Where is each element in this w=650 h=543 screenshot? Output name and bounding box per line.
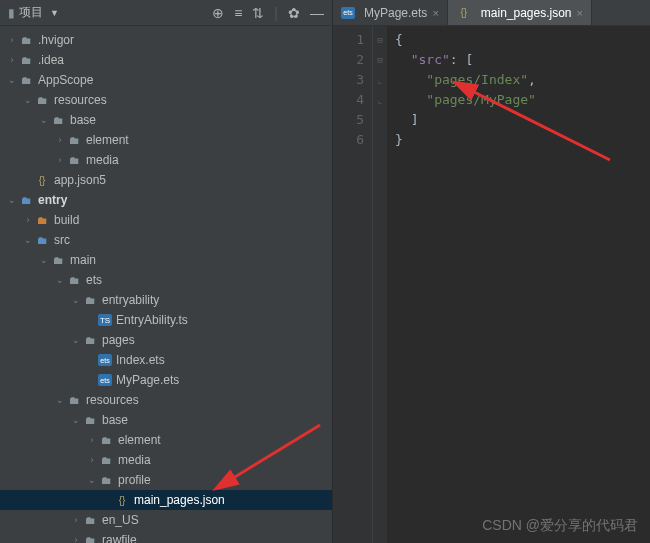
- expander-icon[interactable]: ›: [22, 215, 34, 225]
- line-number: 6: [333, 130, 364, 150]
- brace: }: [395, 132, 403, 147]
- hide-icon[interactable]: —: [310, 5, 324, 21]
- expander-icon[interactable]: ›: [54, 155, 66, 165]
- close-icon[interactable]: ×: [432, 7, 438, 19]
- divider: |: [274, 5, 278, 21]
- line-number: 1: [333, 30, 364, 50]
- expander-icon[interactable]: ›: [86, 455, 98, 465]
- tree-item[interactable]: ›🖿media: [0, 450, 332, 470]
- tree-item[interactable]: ⌄🖿pages: [0, 330, 332, 350]
- project-tree[interactable]: ›🖿.hvigor›🖿.idea⌄🖿AppScope⌄🖿resources⌄🖿b…: [0, 26, 332, 543]
- expander-icon[interactable]: ⌄: [38, 255, 50, 265]
- tree-item[interactable]: ›🖿element: [0, 430, 332, 450]
- tree-item[interactable]: ›🖿media: [0, 150, 332, 170]
- editor-tab[interactable]: etsMyPage.ets×: [333, 0, 448, 25]
- tree-item-label: rawfile: [102, 533, 137, 543]
- tree-item[interactable]: ⌄🖿base: [0, 110, 332, 130]
- settings-icon[interactable]: ✿: [288, 5, 300, 21]
- tree-item[interactable]: ⌄🖿resources: [0, 90, 332, 110]
- sidebar-toolbar: ⊕ ≡ ⇅ | ✿ —: [212, 5, 324, 21]
- sidebar-title: 项目: [19, 4, 43, 21]
- fold-gutter[interactable]: ⊟⊟⌞⌞: [373, 26, 387, 543]
- tree-item-label: pages: [102, 333, 135, 347]
- tree-item[interactable]: ⌄🖿AppScope: [0, 70, 332, 90]
- tree-item-label: profile: [118, 473, 151, 487]
- tree-item-label: main: [70, 253, 96, 267]
- code-editor[interactable]: 123456 ⊟⊟⌞⌞ { "src": [ "pages/Index", "p…: [333, 26, 650, 543]
- tree-item-label: AppScope: [38, 73, 93, 87]
- expander-icon[interactable]: ›: [86, 435, 98, 445]
- tree-item[interactable]: {}main_pages.json: [0, 490, 332, 510]
- expander-icon[interactable]: ⌄: [70, 335, 82, 345]
- tree-item[interactable]: etsIndex.ets: [0, 350, 332, 370]
- expander-icon[interactable]: ⌄: [54, 275, 66, 285]
- line-number: 2: [333, 50, 364, 70]
- tree-item-label: EntryAbility.ts: [116, 313, 188, 327]
- line-number: 5: [333, 110, 364, 130]
- tree-item-label: app.json5: [54, 173, 106, 187]
- line-gutter: 123456: [333, 26, 373, 543]
- tree-item-label: main_pages.json: [134, 493, 225, 507]
- expander-icon[interactable]: ⌄: [70, 415, 82, 425]
- tree-item-label: resources: [86, 393, 139, 407]
- sidebar-header: ▮ 项目 ▼ ⊕ ≡ ⇅ | ✿ —: [0, 0, 332, 26]
- json-string: "pages/Index": [426, 72, 528, 87]
- dropdown-icon[interactable]: ▼: [50, 8, 59, 18]
- tree-item[interactable]: {}app.json5: [0, 170, 332, 190]
- tree-item[interactable]: ⌄🖿main: [0, 250, 332, 270]
- collapse-icon[interactable]: ≡: [234, 5, 242, 21]
- expander-icon[interactable]: ›: [54, 135, 66, 145]
- code-content[interactable]: { "src": [ "pages/Index", "pages/MyPage"…: [387, 26, 650, 543]
- tree-item-label: Index.ets: [116, 353, 165, 367]
- expand-icon[interactable]: ⇅: [252, 5, 264, 21]
- tree-item[interactable]: ⌄🖿ets: [0, 270, 332, 290]
- close-icon[interactable]: ×: [577, 7, 583, 19]
- tree-item[interactable]: ›🖿build: [0, 210, 332, 230]
- bracket: ]: [411, 112, 419, 127]
- tree-item[interactable]: ›🖿rawfile: [0, 530, 332, 543]
- expander-icon[interactable]: ⌄: [54, 395, 66, 405]
- expander-icon[interactable]: ⌄: [38, 115, 50, 125]
- tree-item-label: media: [118, 453, 151, 467]
- tree-item-label: .idea: [38, 53, 64, 67]
- line-number: 3: [333, 70, 364, 90]
- brace: {: [395, 32, 403, 47]
- expander-icon[interactable]: ⌄: [6, 195, 18, 205]
- expander-icon[interactable]: ⌄: [22, 235, 34, 245]
- target-icon[interactable]: ⊕: [212, 5, 224, 21]
- folder-icon: ▮: [8, 6, 15, 20]
- expander-icon[interactable]: ›: [70, 515, 82, 525]
- tree-item[interactable]: ⌄🖿entryability: [0, 290, 332, 310]
- tree-item-label: base: [70, 113, 96, 127]
- tree-item[interactable]: ⌄🖿base: [0, 410, 332, 430]
- tree-item-label: .hvigor: [38, 33, 74, 47]
- tree-item-label: en_US: [102, 513, 139, 527]
- expander-icon[interactable]: ›: [70, 535, 82, 543]
- tree-item-label: entryability: [102, 293, 159, 307]
- tree-item-label: MyPage.ets: [116, 373, 179, 387]
- tree-item[interactable]: ›🖿element: [0, 130, 332, 150]
- expander-icon[interactable]: ›: [6, 55, 18, 65]
- tree-item-label: element: [118, 433, 161, 447]
- expander-icon[interactable]: ⌄: [22, 95, 34, 105]
- expander-icon[interactable]: ⌄: [86, 475, 98, 485]
- tree-item[interactable]: ⌄🖿entry: [0, 190, 332, 210]
- tree-item-label: src: [54, 233, 70, 247]
- expander-icon[interactable]: ⌄: [6, 75, 18, 85]
- tree-item[interactable]: ›🖿.idea: [0, 50, 332, 70]
- expander-icon[interactable]: ›: [6, 35, 18, 45]
- editor-tabs: etsMyPage.ets×{}main_pages.json×: [333, 0, 650, 26]
- expander-icon[interactable]: ⌄: [70, 295, 82, 305]
- tree-item-label: resources: [54, 93, 107, 107]
- tree-item[interactable]: ›🖿en_US: [0, 510, 332, 530]
- tree-item[interactable]: ⌄🖿resources: [0, 390, 332, 410]
- tree-item[interactable]: etsMyPage.ets: [0, 370, 332, 390]
- tab-label: main_pages.json: [481, 6, 572, 20]
- tree-item[interactable]: ›🖿.hvigor: [0, 30, 332, 50]
- project-sidebar: ▮ 项目 ▼ ⊕ ≡ ⇅ | ✿ — ›🖿.hvigor›🖿.idea⌄🖿App…: [0, 0, 333, 543]
- tree-item[interactable]: TSEntryAbility.ts: [0, 310, 332, 330]
- json-string: "pages/MyPage": [426, 92, 536, 107]
- tree-item[interactable]: ⌄🖿src: [0, 230, 332, 250]
- tree-item[interactable]: ⌄🖿profile: [0, 470, 332, 490]
- editor-tab[interactable]: {}main_pages.json×: [448, 0, 592, 25]
